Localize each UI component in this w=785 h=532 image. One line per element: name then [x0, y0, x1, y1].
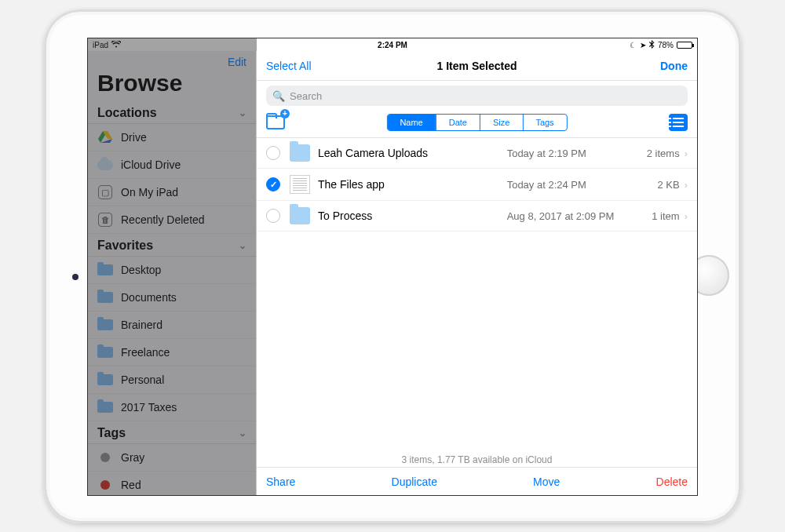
- file-detail: 1 item: [633, 210, 680, 222]
- sidebar-section-tags[interactable]: Tags ⌄: [88, 421, 256, 444]
- ipad-screen: iPad 2:24 PM ☾ ➤ 78%: [87, 38, 698, 496]
- sidebar-section-locations[interactable]: Locations ⌄: [88, 101, 256, 124]
- selection-title: 1 Item Selected: [437, 60, 517, 72]
- dnd-moon-icon: ☾: [630, 41, 637, 49]
- sidebar-item-recently-deleted[interactable]: 🗑 Recently Deleted: [88, 206, 256, 234]
- toolbar: Name Date Size Tags: [257, 111, 697, 138]
- select-all-button[interactable]: Select All: [266, 60, 312, 72]
- sidebar-item-label: Personal: [121, 373, 164, 386]
- sidebar-item-label: Brainerd: [121, 319, 162, 331]
- file-name: To Process: [318, 210, 507, 222]
- tag-dot-icon: [97, 450, 113, 465]
- file-row[interactable]: To Process Aug 8, 2017 at 2:09 PM 1 item…: [257, 201, 697, 231]
- file-row[interactable]: Leah Camera Uploads Today at 2:19 PM 2 i…: [257, 138, 697, 169]
- file-name: Leah Camera Uploads: [318, 147, 507, 159]
- ipad-device-frame: iPad 2:24 PM ☾ ➤ 78%: [44, 9, 741, 523]
- sidebar: Edit Browse Locations ⌄ Drive: [88, 51, 257, 495]
- file-date: Aug 8, 2017 at 2:09 PM: [507, 210, 633, 222]
- sidebar-item-documents[interactable]: Documents: [88, 284, 256, 312]
- chevron-down-icon: ⌄: [239, 240, 246, 251]
- sidebar-item-label: Red: [121, 479, 141, 491]
- sort-segmented-control[interactable]: Name Date Size Tags: [386, 114, 567, 131]
- sidebar-item-label: Drive: [121, 131, 147, 144]
- move-button[interactable]: Move: [533, 476, 560, 488]
- sort-date[interactable]: Date: [436, 115, 480, 130]
- sort-name[interactable]: Name: [387, 115, 435, 130]
- front-camera-dot: [72, 274, 78, 280]
- sidebar-title: Browse: [88, 70, 256, 101]
- icloud-icon: [97, 157, 113, 173]
- device-icon: ▢: [97, 184, 113, 200]
- main-pane: Select All 1 Item Selected Done 🔍 Search…: [257, 51, 697, 495]
- chevron-right-icon: ›: [685, 148, 688, 159]
- battery-icon: [677, 42, 692, 49]
- select-circle-checked[interactable]: [266, 177, 280, 191]
- sidebar-item-freelance[interactable]: Freelance: [88, 339, 256, 366]
- folder-icon: [290, 207, 310, 224]
- google-drive-icon: [97, 129, 113, 145]
- locations-label: Locations: [97, 106, 157, 120]
- wifi-icon: [111, 41, 121, 49]
- tag-dot-icon: [97, 477, 113, 493]
- folder-icon: [97, 262, 113, 278]
- sidebar-tag-red[interactable]: Red: [88, 472, 256, 496]
- delete-button[interactable]: Delete: [656, 476, 688, 488]
- bluetooth-icon: [649, 40, 655, 50]
- done-button[interactable]: Done: [660, 60, 688, 72]
- sidebar-tag-gray[interactable]: Gray: [88, 444, 256, 472]
- file-date: Today at 2:24 PM: [507, 179, 633, 191]
- sidebar-item-label: 2017 Taxes: [121, 401, 177, 414]
- folder-icon: [97, 372, 113, 388]
- sidebar-item-icloud[interactable]: iCloud Drive: [88, 151, 256, 179]
- sidebar-item-label: Recently Deleted: [121, 213, 205, 226]
- list-view-toggle[interactable]: [669, 114, 688, 131]
- new-folder-button[interactable]: [266, 115, 285, 129]
- main-header: Select All 1 Item Selected Done: [257, 51, 697, 81]
- sidebar-item-on-my-ipad[interactable]: ▢ On My iPad: [88, 179, 256, 206]
- file-detail: 2 KB: [633, 179, 680, 191]
- location-icon: ➤: [640, 41, 646, 49]
- search-placeholder: Search: [290, 90, 322, 102]
- chevron-right-icon: ›: [685, 179, 688, 191]
- tags-label: Tags: [97, 426, 126, 440]
- chevron-down-icon: ⌄: [239, 107, 246, 118]
- select-circle[interactable]: [266, 209, 280, 223]
- sidebar-item-label: iCloud Drive: [121, 159, 181, 171]
- folder-icon: [97, 317, 113, 333]
- sidebar-section-favorites[interactable]: Favorites ⌄: [88, 234, 256, 257]
- share-button[interactable]: Share: [266, 476, 295, 488]
- sidebar-item-label: Gray: [121, 451, 144, 464]
- folder-icon: [97, 290, 113, 305]
- select-circle[interactable]: [266, 146, 280, 160]
- file-detail: 2 items: [633, 148, 680, 159]
- sort-tags[interactable]: Tags: [522, 115, 566, 130]
- sidebar-item-brainerd[interactable]: Brainerd: [88, 312, 256, 339]
- folder-icon: [97, 399, 113, 415]
- battery-pct: 78%: [658, 41, 674, 49]
- sidebar-item-label: Freelance: [121, 346, 170, 359]
- sort-size[interactable]: Size: [480, 115, 522, 130]
- trash-icon: 🗑: [97, 212, 113, 228]
- sidebar-item-label: Desktop: [121, 264, 161, 276]
- file-row[interactable]: The Files app Today at 2:24 PM 2 KB ›: [257, 169, 697, 201]
- document-icon: [290, 175, 310, 194]
- sidebar-item-label: Documents: [121, 291, 177, 304]
- edit-button[interactable]: Edit: [228, 56, 246, 68]
- footer-status: 3 items, 1.77 TB available on iCloud: [257, 453, 697, 467]
- duplicate-button[interactable]: Duplicate: [392, 476, 437, 488]
- chevron-down-icon: ⌄: [239, 428, 246, 439]
- file-name: The Files app: [318, 178, 507, 191]
- folder-icon: [97, 344, 113, 360]
- sidebar-item-label: On My iPad: [121, 186, 178, 199]
- search-input[interactable]: 🔍 Search: [266, 86, 688, 106]
- sidebar-item-personal[interactable]: Personal: [88, 366, 256, 394]
- status-time: 2:24 PM: [378, 41, 407, 49]
- sidebar-item-drive[interactable]: Drive: [88, 124, 256, 151]
- sidebar-item-2017-taxes[interactable]: 2017 Taxes: [88, 394, 256, 421]
- file-date: Today at 2:19 PM: [507, 148, 633, 159]
- chevron-right-icon: ›: [685, 210, 688, 222]
- search-icon: 🔍: [272, 90, 285, 102]
- file-list: Leah Camera Uploads Today at 2:19 PM 2 i…: [257, 138, 697, 453]
- sidebar-item-desktop[interactable]: Desktop: [88, 257, 256, 284]
- action-bar: Share Duplicate Move Delete: [257, 467, 697, 495]
